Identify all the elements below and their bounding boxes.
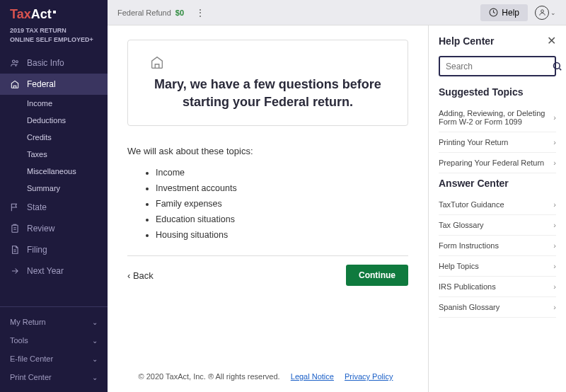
help-item-label: Printing Your Return: [439, 138, 508, 146]
chevron-right-icon: ›: [553, 221, 556, 229]
help-item-label: Tax Glossary: [439, 221, 484, 229]
main-nav: Basic InfoFederalIncomeDeductionsCredits…: [0, 52, 108, 306]
sub-item-taxes[interactable]: Taxes: [27, 146, 108, 163]
help-item[interactable]: Adding, Reviewing, or Deleting Form W-2 …: [439, 103, 556, 132]
svg-point-4: [541, 10, 543, 13]
help-item-label: Spanish Glossary: [439, 303, 499, 311]
help-item[interactable]: TaxTutor Guidance›: [439, 195, 556, 215]
nav-label: Basic Info: [27, 58, 64, 68]
topic-item: Education situations: [156, 212, 408, 227]
plan-info: 2019 TAX RETURNONLINE SELF EMPLOYED+: [0, 26, 108, 52]
help-item[interactable]: IRS Publications›: [439, 277, 556, 297]
arrow-icon: [10, 266, 20, 276]
help-item[interactable]: Form Instructions›: [439, 236, 556, 256]
help-item[interactable]: Tax Glossary›: [439, 215, 556, 236]
search-box[interactable]: [439, 56, 556, 76]
help-item-label: IRS Publications: [439, 282, 496, 291]
help-item-label: Form Instructions: [439, 241, 499, 250]
legal-notice-link[interactable]: Legal Notice: [291, 372, 334, 381]
help-item[interactable]: Help Topics›: [439, 256, 556, 277]
nav-item-basic-info[interactable]: Basic Info: [0, 52, 108, 74]
nav-label: Next Year: [27, 266, 64, 276]
nav-item-next-year[interactable]: Next Year: [0, 260, 108, 282]
bottom-item-print-center[interactable]: Print Center⌄: [0, 368, 108, 386]
continue-button[interactable]: Continue: [346, 265, 408, 286]
topic-item: Housing situations: [156, 227, 408, 243]
topic-item: Investment accounts: [156, 180, 408, 196]
help-item[interactable]: Printing Your Return›: [439, 132, 556, 153]
more-menu-icon[interactable]: ⋮: [195, 7, 205, 18]
sub-item-credits[interactable]: Credits: [27, 129, 108, 146]
answer-title: Answer Center: [439, 178, 556, 189]
chevron-down-icon: ⌄: [92, 355, 98, 363]
sub-item-summary[interactable]: Summary: [27, 180, 108, 197]
nav-label: Filing: [27, 245, 47, 255]
main-area: Federal Refund $0 ⋮ Help ⌄: [108, 0, 566, 392]
svg-rect-2: [12, 226, 18, 233]
chevron-down-icon: ⌄: [92, 337, 98, 345]
help-item[interactable]: Spanish Glossary›: [439, 297, 556, 318]
refund-status: Federal Refund $0 ⋮: [117, 7, 205, 18]
bottom-nav: My Return⌄Tools⌄E-file Center⌄Print Cent…: [0, 306, 108, 392]
chevron-right-icon: ›: [553, 138, 556, 146]
nav-item-filing[interactable]: Filing: [0, 239, 108, 260]
logo: TaxAct: [0, 0, 108, 26]
bottom-item-e-file-center[interactable]: E-file Center⌄: [0, 350, 108, 368]
topics-list: IncomeInvestment accountsFamily expenses…: [127, 165, 408, 243]
svg-point-0: [13, 60, 16, 63]
chevron-right-icon: ›: [553, 241, 556, 250]
footer: © 2020 TaxAct, Inc. ® All rights reserve…: [127, 367, 408, 386]
topics-intro: We will ask about these topics:: [127, 146, 408, 156]
chevron-down-icon: ⌄: [92, 374, 98, 381]
chevron-down-icon: ⌄: [550, 9, 556, 16]
chevron-right-icon: ›: [553, 113, 556, 122]
bottom-item-my-return[interactable]: My Return⌄: [0, 313, 108, 331]
nav-item-state[interactable]: State: [0, 197, 108, 218]
search-icon: [552, 61, 562, 71]
user-icon: [10, 58, 20, 68]
help-item[interactable]: Preparing Your Federal Return›: [439, 153, 556, 173]
suggested-title: Suggested Topics: [439, 86, 556, 98]
sub-item-income[interactable]: Income: [27, 95, 108, 112]
help-panel: Help Center ✕ Suggested Topics Adding, R…: [428, 25, 566, 392]
bottom-item-tools[interactable]: Tools⌄: [0, 331, 108, 350]
avatar-icon: [535, 6, 549, 20]
nav-label: Federal: [27, 79, 56, 89]
intro-card: Mary, we have a few questions before sta…: [127, 40, 408, 126]
search-input[interactable]: [446, 62, 552, 71]
help-item-label: Help Topics: [439, 262, 479, 270]
chevron-right-icon: ›: [553, 158, 556, 167]
help-panel-title: Help Center: [439, 35, 495, 47]
building-icon: [149, 54, 386, 70]
topbar: Federal Refund $0 ⋮ Help ⌄: [108, 0, 566, 25]
nav-item-review[interactable]: Review: [0, 218, 108, 239]
svg-point-5: [554, 63, 560, 69]
back-button[interactable]: ‹ Back: [127, 270, 154, 281]
content: Mary, we have a few questions before sta…: [108, 25, 428, 392]
close-icon[interactable]: ✕: [547, 34, 556, 47]
help-item-label: Adding, Reviewing, or Deleting Form W-2 …: [439, 109, 549, 126]
file-icon: [10, 245, 20, 255]
sub-item-miscellaneous[interactable]: Miscellaneous: [27, 163, 108, 180]
topic-item: Income: [156, 165, 408, 180]
building-icon: [10, 79, 20, 89]
nav-label: State: [27, 202, 47, 212]
chevron-right-icon: ›: [553, 303, 556, 311]
clipboard-icon: [10, 224, 20, 234]
chevron-right-icon: ›: [553, 262, 556, 270]
clock-icon: [489, 8, 498, 17]
chevron-right-icon: ›: [553, 200, 556, 209]
chevron-right-icon: ›: [553, 282, 556, 291]
account-menu[interactable]: ⌄: [535, 6, 556, 20]
card-title: Mary, we have a few questions before sta…: [149, 76, 386, 111]
chevron-down-icon: ⌄: [92, 318, 98, 326]
sub-item-deductions[interactable]: Deductions: [27, 112, 108, 129]
sidebar: TaxAct 2019 TAX RETURNONLINE SELF EMPLOY…: [0, 0, 108, 392]
topic-item: Family expenses: [156, 196, 408, 212]
help-button[interactable]: Help: [480, 4, 528, 21]
svg-point-1: [16, 61, 18, 63]
flag-icon: [10, 202, 20, 212]
nav-item-federal[interactable]: Federal: [0, 74, 108, 95]
help-item-label: TaxTutor Guidance: [439, 200, 504, 209]
privacy-policy-link[interactable]: Privacy Policy: [345, 372, 393, 381]
